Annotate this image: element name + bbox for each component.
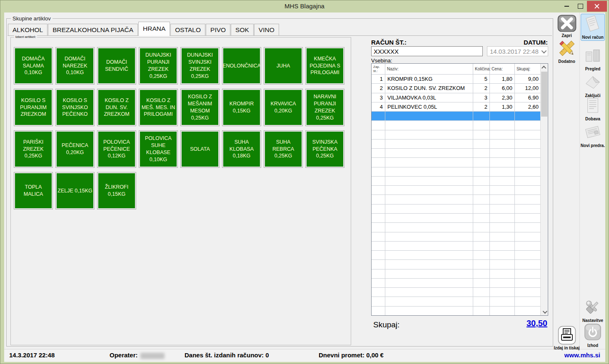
sidebar-button-dobava[interactable]: Dobava [581, 96, 605, 122]
cell [473, 186, 490, 194]
receipt-row[interactable]: 1KROMPIR 0,15KG51,809,00 [372, 75, 541, 84]
product-button-dunajski-puranji-zrezek-0-25kg[interactable]: DUNAJSKI PURANJI ZREZEK 0,25KG [139, 47, 177, 84]
tab-alkohol[interactable]: ALKOHOL [8, 24, 47, 35]
sidebar-button-izhod[interactable]: Izhod [581, 322, 605, 349]
tab-sok[interactable]: SOK [231, 24, 254, 35]
product-button-krvavica-0-20kg[interactable]: KRVAVICA 0,20KG [264, 89, 302, 126]
receipt-row[interactable] [372, 279, 541, 288]
sidebar-button-novi-predra[interactable]: Novi predra. [581, 122, 605, 149]
receipt-row[interactable]: 4PELINKOVEC 0,05L21,302,60 [372, 102, 541, 112]
receipt-row[interactable] [372, 204, 541, 214]
receipt-row[interactable] [372, 232, 541, 242]
scroll-down-icon[interactable] [541, 308, 548, 315]
product-button-kosilo-s-svinjsko-pecenko[interactable]: KOSILO S SVINJSKO PEČENKO [56, 89, 94, 126]
product-button-domaci-sendvic[interactable]: DOMAČI SENDVIČ [97, 47, 136, 84]
receipt-row[interactable] [372, 177, 541, 186]
product-button-polovica-pecenice-0-12kg[interactable]: POLOVICA PEČENICE 0,12KG [97, 131, 136, 167]
tab-pivo[interactable]: PIVO [206, 24, 230, 35]
receipt-row[interactable]: 3VILJAMOVKA 0,03L32,306,90 [372, 93, 541, 102]
product-button-krompir-0-15kg[interactable]: KROMPIR 0,15KG [222, 89, 261, 126]
product-button-kosilo-z-dun-sv-zrezkom[interactable]: KOSILO Z DUN. SV. ZREZKOM [97, 89, 136, 126]
cell [473, 279, 490, 287]
website-link[interactable]: www.mhs.si [564, 352, 600, 359]
cell [515, 130, 541, 139]
cell: KROMPIR 0,15KG [385, 75, 473, 83]
racun-st-input[interactable] [371, 46, 483, 56]
product-button-naravni-puranji-zrezek-0-25kg[interactable]: NARAVNI PURANJI ZREZEK 0,25KG [306, 89, 344, 126]
tab-vino[interactable]: VINO [254, 24, 279, 35]
maximize-button[interactable] [574, 1, 587, 12]
product-button-pecenica-0-20kg[interactable]: PEČENICA 0,20KG [56, 131, 94, 167]
close-button[interactable] [587, 1, 607, 12]
receipt-row[interactable] [372, 214, 541, 223]
minimize-button[interactable] [559, 1, 574, 12]
receipt-row[interactable] [372, 223, 541, 232]
sidebar-button-pregled[interactable]: Pregled [581, 46, 605, 72]
product-button-pariski-zrezek-0-25kg[interactable]: PARIŠKI ZREZEK 0,25KG [14, 131, 52, 167]
product-button-zelje-0-15kg[interactable]: ZELJE 0,15KG [56, 172, 94, 209]
dodatno-button[interactable]: Dodatno [554, 38, 579, 64]
izberi-artikel-groupbox: Izberi artikel: DOMAČA SALAMA 0,10KGDOMA… [10, 37, 351, 345]
receipt-row[interactable] [372, 251, 541, 260]
tab-hrana[interactable]: HRANA [138, 22, 170, 36]
scrollbar-thumb[interactable] [541, 72, 547, 117]
receipt-row[interactable] [372, 121, 541, 130]
product-button-suha-klobasa-0-18kg[interactable]: SUHA KLOBASA 0,18KG [222, 131, 261, 167]
product-button-topla-malica[interactable]: TOPLA MALICA [14, 172, 52, 209]
receipt-row[interactable] [372, 307, 541, 315]
datum-combobox[interactable]: 14.03.2017 22:48 [487, 46, 548, 56]
receipt-row[interactable] [372, 140, 541, 149]
cell [385, 288, 473, 297]
cell: 2,30 [490, 93, 515, 102]
cell [515, 112, 541, 120]
tab-brezalkoholna-pijaca[interactable]: BREZALKOHOLNA PIJAČA [48, 24, 138, 35]
paper-icon [584, 123, 602, 142]
product-button-zlikrofi-0-15kg[interactable]: ŽLIKROFI 0,15KG [97, 172, 136, 209]
product-button-kosilo-s-puranjim-zrezkom[interactable]: KOSILO S PURANJIM ZREZKOM [14, 89, 52, 126]
cell [473, 140, 490, 148]
receipt-row[interactable] [372, 269, 541, 279]
cell: 1,30 [490, 102, 515, 111]
receipt-row[interactable] [372, 186, 541, 195]
product-button-domaci-narezek-0-10kg[interactable]: DOMAČI NAREZEK 0,10KG [56, 47, 94, 84]
product-button-kosilo-z-mesanim-mesom-0-25kg[interactable]: KOSILO Z MEŠANIM MESOM 0,25KG [181, 89, 219, 126]
product-button-enoloncnica[interactable]: ENOLONČNICA [222, 47, 261, 84]
receipt-row[interactable] [372, 242, 541, 251]
sidebar-button-novi-racun[interactable]: Novi račun [581, 14, 605, 41]
vertical-scrollbar[interactable] [540, 64, 548, 315]
receipt-row[interactable] [372, 260, 541, 269]
window-controls [559, 1, 607, 12]
product-button-kmecka-pojedina-s-prilogami[interactable]: KMEČKA POJEDINA S PRILOGAMI [306, 47, 344, 84]
sidebar-button-nastavitve[interactable]: Nastavitve [581, 297, 605, 324]
receipt-row[interactable] [372, 130, 541, 140]
cell [473, 242, 490, 250]
receipt-row[interactable] [372, 297, 541, 306]
zapri-button[interactable]: Zapri [554, 14, 579, 38]
groupbox-label: Skupine artiklov [11, 15, 52, 22]
receipt-row[interactable] [372, 288, 541, 297]
sidebar-button-zakljuci[interactable]: Zaključi [581, 72, 605, 99]
cell [515, 251, 541, 259]
product-button-solata[interactable]: SOLATA [181, 131, 219, 167]
product-button-suha-rebrca-0-25kg[interactable]: SUHA REBRCA 0,25KG [264, 131, 302, 167]
product-button-kosilo-z-mes-mes-in-prilogami[interactable]: KOSILO Z MEŠ. MES. IN PRILOGAMI [139, 89, 177, 126]
scroll-up-icon[interactable] [541, 64, 548, 71]
product-button-domaca-salama-0-10kg[interactable]: DOMAČA SALAMA 0,10KG [14, 47, 52, 84]
receipt-row[interactable] [372, 149, 541, 158]
cell [490, 279, 515, 287]
tab-ostalo[interactable]: OSTALO [170, 24, 205, 35]
product-button-polovica-suhe-klobase-0-10kg[interactable]: POLOVICA SUHE KLOBASE 0,10KG [139, 131, 177, 167]
product-button-svinjska-pecenka-0-25kg[interactable]: SVINJSKA PEČENKA 0,25KG [306, 131, 344, 167]
titlebar[interactable]: MHS Blagajna [0, 0, 609, 12]
receipt-row[interactable]: 2KOSILO Z DUN. SV. ZREZKOM26,0012,00 [372, 84, 541, 93]
izdaj-in-tiskaj-button[interactable]: Izdaj in tiskaj [554, 326, 579, 350]
sidebar-right: Novi računPregledZaključiDobavaNovi pred… [579, 12, 606, 349]
close-icon [594, 3, 600, 9]
receipt-row[interactable] [372, 158, 541, 167]
receipt-row[interactable] [372, 195, 541, 204]
product-button-juha[interactable]: JUHA [264, 47, 302, 84]
cell [490, 195, 515, 204]
receipt-row-selected[interactable] [372, 112, 541, 121]
product-button-dunajski-svinjski-zrezek-0-25kg[interactable]: DUNAJSKI SVINJSKI ZREZEK 0,25KG [181, 47, 219, 84]
receipt-row[interactable] [372, 167, 541, 177]
